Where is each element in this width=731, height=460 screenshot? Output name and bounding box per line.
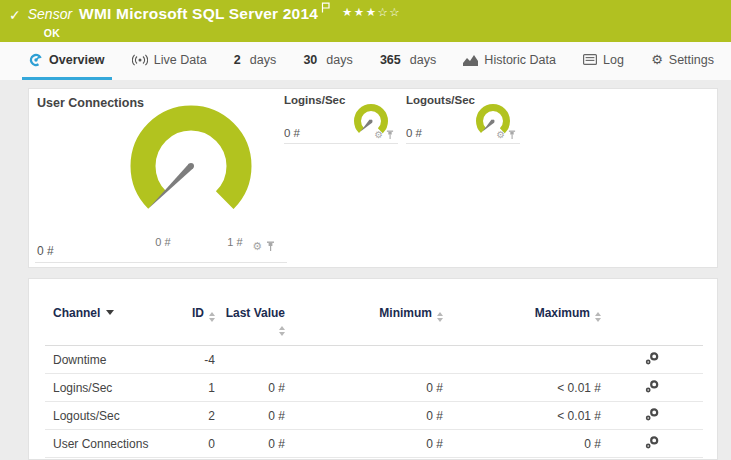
table-row: Logins/Sec 1 0 # 0 # < 0.01 # xyxy=(45,374,703,402)
channel-maximum: 0 # xyxy=(443,430,601,458)
gauge-scale-min: 0 # xyxy=(143,236,183,248)
status-badge: OK xyxy=(44,27,401,39)
channel-id: 1 xyxy=(185,374,215,402)
channel-name: Downtime xyxy=(45,346,185,374)
table-row: User Connections 0 0 # 0 # 0 # xyxy=(45,430,703,458)
gauge-title: Logins/Sec xyxy=(284,94,345,106)
gauge-user-connections: User Connections 0 # 1 # 0 # ⚙ xyxy=(35,89,287,265)
gauge-icon xyxy=(29,53,43,67)
tab-label: Live Data xyxy=(154,53,207,67)
area-chart-icon xyxy=(463,54,478,66)
tab-label: days xyxy=(410,53,436,67)
pin-icon[interactable] xyxy=(508,130,516,140)
object-kind-label: Sensor xyxy=(28,5,72,23)
gauge-title: Logouts/Sec xyxy=(406,94,475,106)
tab-2-days[interactable]: 2 days xyxy=(227,42,283,80)
column-header-minimum[interactable]: Minimum xyxy=(285,279,443,346)
tab-log[interactable]: Log xyxy=(576,42,631,80)
channel-name: User Connections xyxy=(45,430,185,458)
channels-table-panel: Channel ID Last Value Minimum Maximum Do… xyxy=(28,278,718,460)
column-header-channel[interactable]: Channel xyxy=(45,279,185,346)
channel-last-value: 0 # xyxy=(215,402,285,430)
gauge-scale-max: 1 # xyxy=(215,236,255,248)
tab-label: Overview xyxy=(49,53,105,67)
channel-minimum xyxy=(285,346,443,374)
tab-label: days xyxy=(326,53,352,67)
channel-id: 2 xyxy=(185,402,215,430)
sort-icon xyxy=(595,312,601,322)
column-header-id[interactable]: ID xyxy=(185,279,215,346)
column-header-settings xyxy=(601,279,703,346)
divider xyxy=(35,262,287,263)
log-icon xyxy=(583,54,597,65)
sort-icon xyxy=(437,312,443,322)
priority-stars[interactable]: ★★★☆☆ xyxy=(342,3,401,21)
sort-icon xyxy=(279,326,285,336)
gauge-dial xyxy=(128,103,254,229)
divider xyxy=(284,143,398,144)
sensor-status-bar: ✓ Sensor WMI Microsoft SQL Server 2014 ★… xyxy=(0,0,731,42)
channel-settings-icon[interactable] xyxy=(645,380,659,393)
tab-30-days[interactable]: 30 days xyxy=(296,42,359,80)
channel-last-value: 0 # xyxy=(215,374,285,402)
channel-minimum: 0 # xyxy=(285,402,443,430)
channel-last-value: 0 # xyxy=(215,430,285,458)
channel-name: Logouts/Sec xyxy=(45,402,185,430)
divider xyxy=(406,143,520,144)
channel-settings-icon[interactable] xyxy=(645,436,659,449)
channel-settings-icon[interactable] xyxy=(645,408,659,421)
overview-content: User Connections 0 # 1 # 0 # ⚙ Logins/Se… xyxy=(0,80,731,460)
check-icon: ✓ xyxy=(9,7,21,23)
channel-maximum xyxy=(443,346,601,374)
gauge-current-value: 0 # xyxy=(284,127,300,139)
broadcast-icon xyxy=(132,54,148,66)
channel-minimum: 0 # xyxy=(285,374,443,402)
tab-label: days xyxy=(250,53,276,67)
gauge-current-value: 0 # xyxy=(406,127,422,139)
gauge-settings-gear-icon[interactable]: ⚙ xyxy=(496,130,505,140)
flag-icon xyxy=(321,0,330,17)
gauge-settings-gear-icon[interactable]: ⚙ xyxy=(252,241,262,252)
channel-id: 0 xyxy=(185,430,215,458)
channel-settings-icon[interactable] xyxy=(645,352,659,365)
channel-minimum: 0 # xyxy=(285,430,443,458)
channels-table: Channel ID Last Value Minimum Maximum Do… xyxy=(45,279,703,458)
channel-name: Logins/Sec xyxy=(45,374,185,402)
sort-desc-icon xyxy=(106,310,114,315)
channel-maximum: < 0.01 # xyxy=(443,374,601,402)
tab-365-days[interactable]: 365 days xyxy=(373,42,443,80)
tab-live-data[interactable]: Live Data xyxy=(125,42,214,80)
sensor-tab-bar: Overview Live Data 2 days 30 days 365 da… xyxy=(0,42,731,80)
sensor-title: WMI Microsoft SQL Server 2014 xyxy=(79,5,318,23)
tab-label: Settings xyxy=(669,53,714,67)
column-header-last-value[interactable]: Last Value xyxy=(215,279,285,346)
gauge-logins-sec: Logins/Sec 0 # ⚙ xyxy=(284,89,398,144)
tab-historic-data[interactable]: Historic Data xyxy=(456,42,563,80)
gear-icon: ⚙ xyxy=(651,53,663,66)
channel-last-value xyxy=(215,346,285,374)
tab-overview[interactable]: Overview xyxy=(22,42,112,80)
table-row: Downtime -4 xyxy=(45,346,703,374)
column-header-maximum[interactable]: Maximum xyxy=(443,279,601,346)
gauge-settings-gear-icon[interactable]: ⚙ xyxy=(374,130,383,140)
gauge-current-value: 0 # xyxy=(37,244,54,258)
channel-maximum: < 0.01 # xyxy=(443,402,601,430)
sort-icon xyxy=(209,312,215,322)
tab-label: Historic Data xyxy=(484,53,556,67)
tab-label: Log xyxy=(603,53,624,67)
tab-settings[interactable]: ⚙ Settings xyxy=(644,42,721,80)
pin-icon[interactable] xyxy=(386,130,394,140)
gauge-logouts-sec: Logouts/Sec 0 # ⚙ xyxy=(406,89,520,144)
channel-id: -4 xyxy=(185,346,215,374)
pin-icon[interactable] xyxy=(266,241,275,252)
gauges-panel: User Connections 0 # 1 # 0 # ⚙ Logins/Se… xyxy=(28,88,718,268)
table-row: Logouts/Sec 2 0 # 0 # < 0.01 # xyxy=(45,402,703,430)
